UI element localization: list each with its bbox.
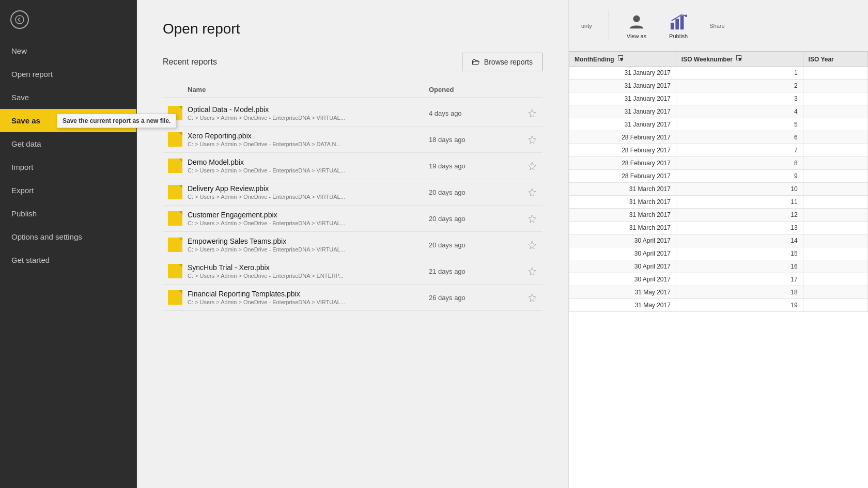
cell-year [803, 144, 867, 157]
cell-week: 14 [676, 234, 803, 247]
cell-month: 31 January 2017 [569, 92, 676, 105]
cell-year [803, 131, 867, 144]
col-name-header: Name [188, 86, 429, 93]
svg-rect-3 [675, 19, 679, 29]
report-item[interactable]: Delivery App Review.pbix C: > Users > Ad… [163, 179, 542, 206]
report-path: C: > Users > Admin > OneDrive - Enterpri… [188, 299, 429, 305]
view-as-button[interactable]: View as [622, 10, 652, 41]
cell-month: 30 April 2017 [569, 234, 676, 247]
report-path: C: > Users > Admin > OneDrive - Enterpri… [188, 246, 429, 253]
report-name: SyncHub Trial - Xero.pbix [188, 263, 429, 272]
cell-month: 31 March 2017 [569, 183, 676, 196]
filter-icon-month[interactable]: ▼ [618, 55, 623, 60]
report-icon-col [163, 238, 188, 252]
pin-icon[interactable] [522, 214, 542, 223]
back-button[interactable] [0, 0, 136, 39]
report-opened: 20 days ago [429, 188, 522, 196]
panel-title: Open report [163, 21, 542, 37]
cell-month: 31 January 2017 [569, 67, 676, 80]
report-item[interactable]: Empowering Sales Teams.pbix C: > Users >… [163, 232, 542, 258]
table-row: 31 March 2017 13 [569, 222, 868, 234]
table-row: 31 January 2017 2 [569, 80, 868, 92]
cell-year [803, 299, 867, 312]
cell-year [803, 209, 867, 222]
publish-icon [669, 12, 688, 31]
report-name: Empowering Sales Teams.pbix [188, 237, 429, 245]
sidebar-item-new[interactable]: New [0, 39, 136, 62]
table-row: 31 March 2017 11 [569, 196, 868, 209]
report-name: Demo Model.pbix [188, 158, 429, 166]
pin-icon[interactable] [522, 135, 542, 144]
main-content: Open report Recent reports 🗁 Browse repo… [137, 0, 568, 488]
report-item[interactable]: Financial Reporting Templates.pbix C: > … [163, 285, 542, 311]
table-row: 31 March 2017 10 [569, 183, 868, 196]
open-report-panel: Open report Recent reports 🗁 Browse repo… [137, 0, 568, 488]
cell-week: 19 [676, 299, 803, 312]
report-icon-col [163, 159, 188, 173]
cell-month: 28 February 2017 [569, 157, 676, 170]
sidebar-item-options-settings[interactable]: Options and settings [0, 225, 136, 248]
report-name-col: Optical Data - Model.pbix C: > Users > A… [188, 105, 429, 121]
publish-button[interactable]: Publish [664, 10, 693, 41]
cell-month: 28 February 2017 [569, 144, 676, 157]
pin-icon[interactable] [522, 241, 542, 249]
cell-year [803, 157, 867, 170]
filter-icon-week[interactable]: ▼ [736, 55, 741, 60]
cell-month: 28 February 2017 [569, 170, 676, 183]
cell-month: 31 May 2017 [569, 286, 676, 299]
report-item[interactable]: Optical Data - Model.pbix C: > Users > A… [163, 100, 542, 127]
browse-reports-button[interactable]: 🗁 Browse reports [462, 53, 542, 71]
sidebar-item-save[interactable]: Save [0, 86, 136, 109]
report-path: C: > Users > Admin > OneDrive - Enterpri… [188, 115, 429, 121]
sidebar-item-import[interactable]: Import [0, 155, 136, 179]
cell-year [803, 105, 867, 118]
cell-year [803, 247, 867, 260]
pin-icon[interactable] [522, 188, 542, 196]
pin-icon[interactable] [522, 293, 542, 302]
pin-icon[interactable] [522, 162, 542, 170]
report-name-col: Delivery App Review.pbix C: > Users > Ad… [188, 184, 429, 200]
col-month-ending: MonthEnding ▼ [569, 52, 676, 67]
report-name-col: Customer Engagement.pbix C: > Users > Ad… [188, 211, 429, 226]
view-as-icon [627, 12, 646, 31]
report-name: Delivery App Review.pbix [188, 184, 429, 193]
cell-week: 18 [676, 286, 803, 299]
sidebar-item-publish[interactable]: Publish [0, 202, 136, 225]
pin-icon[interactable] [522, 109, 542, 117]
table-row: 28 February 2017 7 [569, 144, 868, 157]
report-item[interactable]: Demo Model.pbix C: > Users > Admin > One… [163, 153, 542, 179]
sidebar-item-get-data[interactable]: Get data [0, 132, 136, 155]
recent-header: Recent reports 🗁 Browse reports [163, 53, 542, 71]
report-item[interactable]: SyncHub Trial - Xero.pbix C: > Users > A… [163, 258, 542, 285]
table-row: 31 March 2017 12 [569, 209, 868, 222]
sidebar-item-save-as[interactable]: Save as Save the current report as a new… [0, 109, 136, 132]
toolbar-divider [609, 10, 609, 41]
table-row: 30 April 2017 16 [569, 260, 868, 273]
right-panel: urity View as Publish [568, 0, 868, 488]
sidebar-item-get-started[interactable]: Get started [0, 248, 136, 272]
cell-week: 13 [676, 222, 803, 234]
report-item[interactable]: Customer Engagement.pbix C: > Users > Ad… [163, 206, 542, 232]
svg-rect-2 [671, 22, 674, 29]
report-item[interactable]: Xero Reporting.pbix C: > Users > Admin >… [163, 127, 542, 153]
cell-year [803, 170, 867, 183]
report-path: C: > Users > Admin > OneDrive - Enterpri… [188, 194, 429, 200]
table-body: 31 January 2017 1 31 January 2017 2 31 J… [569, 67, 868, 312]
report-name-col: Demo Model.pbix C: > Users > Admin > One… [188, 158, 429, 174]
table-row: 31 January 2017 5 [569, 118, 868, 131]
cell-month: 30 April 2017 [569, 260, 676, 273]
cell-month: 30 April 2017 [569, 273, 676, 286]
report-opened: 20 days ago [429, 215, 522, 223]
pbix-icon [168, 106, 182, 120]
cell-month: 31 January 2017 [569, 118, 676, 131]
svg-rect-4 [680, 15, 684, 29]
cell-month: 30 April 2017 [569, 247, 676, 260]
cell-year [803, 183, 867, 196]
sidebar-item-export[interactable]: Export [0, 179, 136, 202]
report-icon-col [163, 211, 188, 226]
report-icon-col [163, 106, 188, 120]
table-row: 28 February 2017 9 [569, 170, 868, 183]
sidebar-menu: New Open report Save Save as Save the cu… [0, 39, 136, 488]
sidebar-item-open-report[interactable]: Open report [0, 62, 136, 86]
pin-icon[interactable] [522, 267, 542, 275]
